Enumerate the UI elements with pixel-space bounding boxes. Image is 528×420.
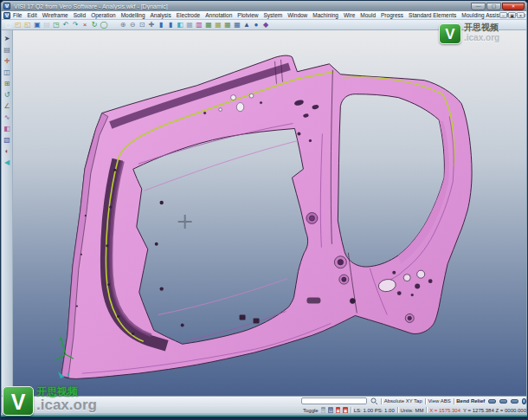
globe-icon[interactable]: [522, 398, 526, 404]
watermark-brand-domain: .icax.org: [464, 34, 499, 42]
menu-item[interactable]: Analysis: [148, 12, 174, 18]
measure-icon[interactable]: ∠: [3, 101, 12, 111]
open-folder-icon[interactable]: ◰: [14, 21, 23, 29]
menu-item[interactable]: Mould: [357, 12, 378, 18]
model-canvas[interactable]: [13, 30, 526, 396]
prev-view-icon[interactable]: ▮: [157, 21, 165, 29]
command-input[interactable]: [301, 397, 367, 404]
import-icon[interactable]: ◱: [23, 21, 32, 29]
sphere-icon[interactable]: ●: [252, 21, 261, 29]
menu-item[interactable]: File: [10, 12, 24, 18]
watermark-brand-cn: 开思视频: [464, 23, 499, 32]
save-icon[interactable]: ▣: [33, 21, 42, 29]
new-file-icon[interactable]: ▢: [4, 21, 13, 29]
dynamic-rotate-icon[interactable]: ↺: [3, 90, 12, 100]
view-mode-label[interactable]: View ABS: [428, 398, 450, 404]
grid-yellow-icon[interactable]: ▦: [214, 21, 222, 29]
menu-item[interactable]: Wire: [341, 12, 357, 18]
menu-item[interactable]: System: [261, 12, 286, 18]
app-icon: V: [3, 3, 10, 10]
menu-item[interactable]: Machining: [310, 12, 341, 18]
title-bar[interactable]: V VISI 17 Q2 from Vero Software - Analys…: [1, 1, 527, 11]
watermark-brand-cn: 开思视频: [36, 386, 97, 397]
zoom-out-icon[interactable]: ⊖: [128, 21, 137, 29]
delete-icon[interactable]: ×: [80, 21, 89, 29]
zoom-fit-icon[interactable]: ⊡: [138, 21, 146, 29]
redo-icon[interactable]: ↷: [71, 21, 80, 29]
menu-item[interactable]: Window: [285, 12, 310, 18]
attributes-icon[interactable]: ▲: [242, 21, 251, 29]
grid-green-icon[interactable]: ▦: [204, 21, 213, 29]
window-title: VISI 17 Q2 from Vero Software - Analysis…: [14, 3, 467, 10]
coordinate-yz: Y = 1275.384 Z = 0000.000: [463, 408, 526, 413]
tool-state-label: Bend Relief: [456, 398, 485, 404]
mdi-close-button[interactable]: ×: [517, 12, 525, 18]
icax-logo: V: [3, 386, 34, 416]
search-icon[interactable]: [370, 397, 378, 405]
snap-mode-label[interactable]: Absolute XY Tap: [384, 398, 422, 404]
progress-segment: [511, 399, 518, 404]
minimize-button[interactable]: —: [471, 3, 486, 10]
curve-icon[interactable]: ∿: [3, 113, 12, 122]
menu-item[interactable]: Plotview: [235, 12, 261, 18]
view-icon[interactable]: ◫: [3, 68, 12, 77]
grid-olive-icon[interactable]: ▦: [223, 21, 232, 29]
layer-manager-icon[interactable]: ▤: [3, 45, 12, 55]
wireframe-view-icon[interactable]: ▦: [185, 21, 194, 29]
menu-items: FileEditWireframeSolidOperationModelling…: [10, 12, 499, 18]
menu-item[interactable]: Progress: [378, 12, 406, 18]
progress-segment: [488, 399, 496, 404]
progress-segment: [499, 399, 507, 404]
menu-item[interactable]: Electrode: [174, 12, 203, 18]
app-window: V VISI 17 Q2 from Vero Software - Analys…: [0, 0, 528, 420]
side-toolbar: ➤▤✛◫⊞↺∠∿◧▧◐◀: [2, 30, 13, 396]
plot-icon[interactable]: ◳: [52, 21, 61, 29]
watermark-bottom: V 开思视频 .icax.org: [3, 386, 97, 416]
mdi-child-icon: V: [3, 12, 10, 19]
close-button[interactable]: ×: [502, 3, 525, 10]
maximize-button[interactable]: ▢: [486, 3, 501, 10]
menu-item[interactable]: Edit: [24, 12, 39, 18]
cs-axes-icon[interactable]: ✛: [3, 56, 12, 66]
shade-icon[interactable]: ◧: [176, 21, 184, 29]
menu-item[interactable]: Solid: [71, 12, 88, 18]
menu-item[interactable]: Annotation: [203, 12, 235, 18]
print-icon[interactable]: ▤: [42, 21, 51, 29]
select-icon[interactable]: ➤: [3, 34, 12, 43]
watermark-brand-domain: .icax.org: [36, 397, 97, 412]
pan-icon[interactable]: ✚: [147, 21, 156, 29]
menu-bar: V FileEditWireframeSolidOperationModelli…: [2, 11, 526, 20]
toggle-label[interactable]: Toggle: [303, 408, 319, 413]
units-label: Units: MM: [400, 408, 423, 413]
layers-icon[interactable]: ▥: [195, 21, 203, 29]
mdi-restore-button[interactable]: ▣: [508, 12, 516, 18]
grid-blue-icon[interactable]: ▦: [233, 21, 241, 29]
coordinate-x: X = 1575.304: [429, 408, 460, 413]
surface-icon[interactable]: ◧: [3, 124, 12, 133]
section-icon[interactable]: ◐: [3, 146, 12, 156]
back-arrow-icon[interactable]: ◀: [3, 158, 12, 167]
icax-logo: V: [439, 23, 461, 44]
3d-viewport[interactable]: [13, 30, 526, 396]
scale-label: LS: 1.00 PS: 1.00: [354, 408, 395, 413]
circle-icon[interactable]: ◯: [100, 21, 108, 29]
solid-icon[interactable]: ▧: [3, 135, 12, 145]
refresh-icon[interactable]: ↻: [90, 21, 99, 29]
zoom-window-icon[interactable]: ⊞: [3, 79, 12, 88]
material-icon[interactable]: ◆: [261, 21, 270, 29]
menu-item[interactable]: Modelling: [119, 12, 148, 18]
next-view-icon[interactable]: ▮: [166, 21, 175, 29]
menu-item[interactable]: Standard Elements: [406, 12, 459, 18]
zoom-in-icon[interactable]: ⊕: [119, 21, 127, 29]
mdi-minimize-button[interactable]: –: [499, 12, 507, 18]
menu-item[interactable]: Operation: [88, 12, 119, 18]
undo-icon[interactable]: ↶: [61, 21, 70, 29]
menu-item[interactable]: Wireframe: [40, 12, 71, 18]
watermark-top: V 开思视频 .icax.org: [439, 23, 499, 44]
plane-icon[interactable]: ▭: [109, 21, 118, 29]
